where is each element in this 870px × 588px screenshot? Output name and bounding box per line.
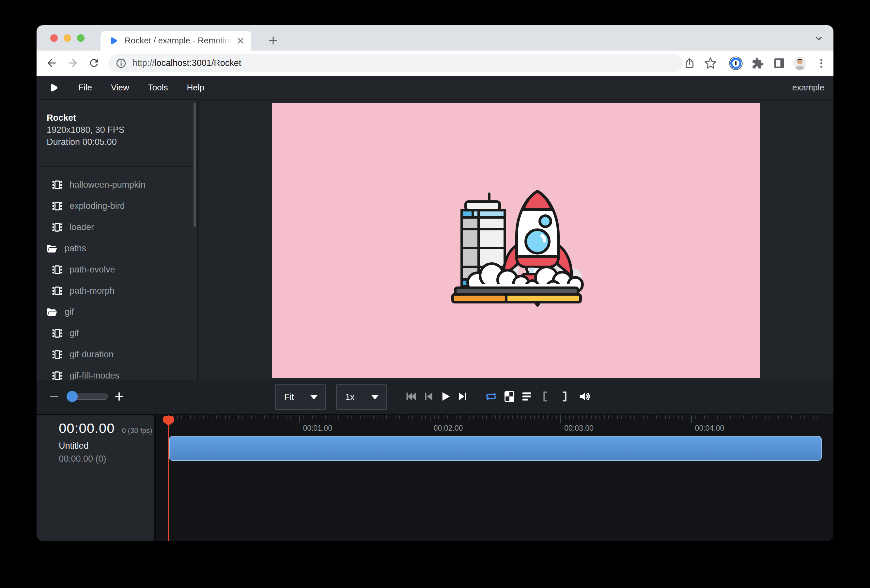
composition-name: Rocket (47, 112, 188, 124)
skip-to-start-button[interactable] (404, 380, 417, 413)
composition-list-item[interactable]: path-evolve (37, 259, 197, 280)
ruler-tick (473, 415, 474, 419)
project-name-label: example (793, 83, 824, 93)
timeline-rows-button[interactable] (520, 380, 533, 413)
fullscreen-window-button[interactable] (77, 34, 85, 42)
play-button[interactable] (439, 380, 452, 413)
ruler-tick (647, 415, 648, 419)
close-window-button[interactable] (50, 34, 58, 42)
folder-label: gif (65, 307, 74, 317)
remotion-logo-icon[interactable] (48, 82, 60, 93)
folder-list-item[interactable]: paths (37, 238, 197, 259)
composition-list-item[interactable]: gif (37, 323, 197, 344)
in-point-button[interactable] (539, 380, 553, 413)
ruler-second-label: 00:04.00 (695, 424, 724, 433)
tab-search-chevron-icon[interactable] (814, 34, 824, 43)
site-info-icon[interactable] (116, 58, 127, 69)
video-canvas[interactable] (272, 103, 760, 378)
onepassword-extension-icon[interactable] (728, 55, 744, 71)
ruler-tick (312, 415, 313, 419)
composition-label: loader (70, 222, 94, 232)
ruler-second-label: 00:03.00 (564, 424, 594, 433)
ruler-tick (626, 415, 626, 419)
ruler-tick (399, 415, 400, 419)
ruler-tick (390, 415, 391, 419)
ruler-tick (434, 415, 435, 419)
volume-button[interactable] (578, 380, 591, 413)
composition-label: gif-duration (70, 350, 113, 360)
next-frame-button[interactable] (457, 380, 469, 413)
playhead-line (168, 415, 169, 541)
ruler-tick (190, 415, 191, 419)
previous-frame-button[interactable] (422, 380, 435, 413)
timeline-tracks-area[interactable]: 00:01.0000:02.0000:03.0000:04.00 (156, 415, 833, 541)
profile-avatar[interactable] (792, 55, 808, 71)
tab-strip: Rocket / example - Remotion Pre (37, 25, 833, 51)
menu-tools[interactable]: Tools (148, 83, 168, 93)
timeline-sequence-bar[interactable] (169, 436, 822, 461)
tab-close-icon[interactable] (236, 37, 245, 45)
canvas-size-dropdown[interactable]: Fit (275, 384, 326, 410)
ruler-tick (251, 415, 252, 419)
film-icon (52, 223, 62, 232)
sidebar-extension-icon[interactable] (771, 55, 787, 71)
ruler-tick (682, 415, 683, 419)
ruler-tick (378, 415, 378, 419)
film-icon (52, 371, 62, 380)
ruler-tick (304, 415, 304, 419)
ruler-tick (460, 415, 461, 419)
composition-list-item[interactable]: loader (37, 217, 197, 238)
composition-list-item[interactable]: halloween-pumpkin (37, 174, 197, 195)
ruler-tick (347, 415, 347, 419)
composition-list: halloween-pumpkin exploding-bird loader (37, 167, 197, 380)
forward-button[interactable] (65, 55, 80, 71)
ruler-tick (617, 415, 618, 419)
back-button[interactable] (44, 55, 60, 71)
timeline-zoom-slider[interactable] (68, 380, 108, 413)
new-tab-button[interactable] (265, 32, 281, 49)
zoom-out-button[interactable] (50, 380, 59, 413)
ruler-tick (804, 415, 805, 419)
ruler-tick (482, 415, 483, 419)
sidebar-scrollbar[interactable] (194, 103, 196, 227)
share-icon[interactable] (681, 55, 698, 71)
ruler-tick (386, 415, 387, 419)
minimize-window-button[interactable] (64, 34, 71, 42)
menu-file[interactable]: File (78, 83, 92, 93)
zoom-slider-knob[interactable] (67, 391, 77, 402)
composition-list-item[interactable]: gif-fill-modes (37, 365, 197, 380)
playhead-marker[interactable] (163, 416, 174, 426)
ruler-tick (635, 415, 635, 419)
extensions-puzzle-icon[interactable] (749, 55, 766, 71)
reload-button[interactable] (86, 55, 102, 71)
ruler-tick (486, 415, 487, 419)
ruler-tick (530, 415, 530, 419)
transparency-checkerboard-button[interactable] (503, 380, 516, 413)
folder-open-icon (46, 308, 57, 317)
browser-menu-dots-icon[interactable] (813, 55, 830, 71)
zoom-in-button[interactable] (114, 380, 124, 413)
ruler-tick (599, 415, 600, 419)
loop-toggle-button[interactable] (485, 380, 498, 413)
ruler-tick (565, 415, 566, 419)
menu-help[interactable]: Help (187, 83, 204, 93)
address-bar[interactable]: http://localhost:3001/Rocket (108, 54, 683, 72)
ruler-tick (660, 415, 661, 419)
ruler-tick (574, 415, 574, 419)
composition-list-item[interactable]: gif-duration (37, 344, 197, 365)
browser-tab[interactable]: Rocket / example - Remotion Pre (100, 31, 251, 51)
ruler-tick (225, 415, 226, 419)
menu-view[interactable]: View (111, 83, 129, 93)
out-point-button[interactable] (557, 380, 571, 413)
ruler-tick (447, 415, 448, 419)
ruler-tick (356, 415, 356, 419)
ruler-tick (782, 415, 783, 419)
composition-list-item[interactable]: exploding-bird (37, 195, 197, 217)
folder-list-item[interactable]: gif (37, 302, 197, 323)
playback-speed-dropdown[interactable]: 1x (336, 384, 387, 410)
browser-window: Rocket / example - Remotion Pre http://l… (37, 25, 833, 541)
composition-list-item[interactable]: path-morph (37, 280, 197, 302)
ruler-tick (495, 415, 496, 419)
bookmark-star-icon[interactable] (702, 55, 719, 71)
url-text: http://localhost:3001/Rocket (133, 58, 241, 68)
